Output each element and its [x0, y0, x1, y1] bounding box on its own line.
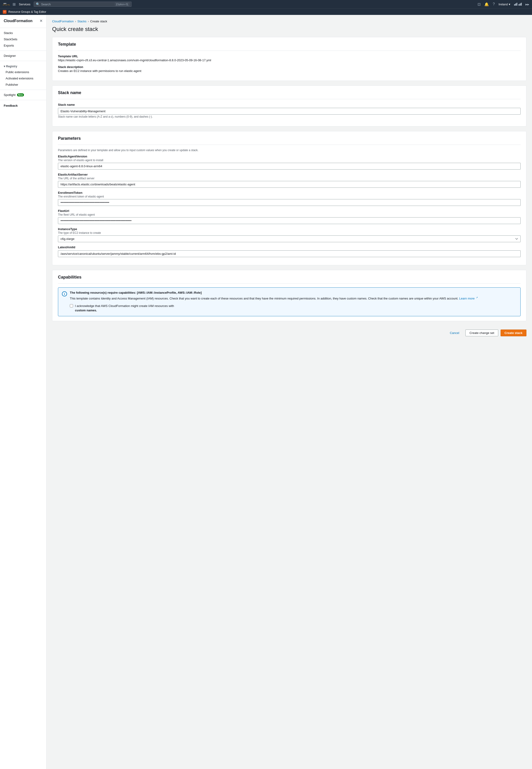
latest-ami-id-group: LatestAmiId	[58, 245, 521, 257]
breadcrumb-current: Create stack	[90, 20, 107, 23]
breadcrumb-sep-1: ›	[75, 20, 76, 23]
latest-ami-id-label: LatestAmiId	[58, 245, 521, 249]
sidebar-item-exports[interactable]: Exports	[0, 42, 46, 49]
instance-type-select[interactable]: c6g.xlarge c6g.2xlarge c6g.4xlarge	[58, 235, 521, 242]
template-card: Template Template URL https://elastic-cs…	[52, 37, 526, 81]
enrollment-token-label: EnrollmentToken	[58, 191, 521, 194]
capabilities-info-title: The following resource(s) require capabi…	[70, 291, 478, 294]
elastic-agent-version-group: ElasticAgentVersion The version of elast…	[58, 155, 521, 169]
enrollment-token-input[interactable]	[58, 199, 521, 206]
capabilities-info-content: The following resource(s) require capabi…	[70, 291, 478, 313]
main-content: CloudFormation › Stacks › Create stack Q…	[47, 15, 532, 769]
sidebar: CloudFormation ✕ Stacks StackSets Export…	[0, 15, 47, 769]
enrollment-token-hint: The enrollment token of elastic-agent	[58, 195, 521, 198]
instance-type-hint: The type of EC2 instance to create	[58, 231, 521, 234]
elastic-agent-version-label: ElasticAgentVersion	[58, 155, 521, 158]
search-icon: 🔍	[36, 2, 40, 6]
stack-desc-value: Creates an EC2 instance with permissions…	[58, 69, 521, 73]
codepipeline-icon[interactable]: ⊡	[478, 2, 481, 7]
elastic-agent-version-hint: The version of elastic-agent to install	[58, 159, 521, 162]
help-icon[interactable]: ?	[493, 2, 495, 6]
search-input[interactable]	[41, 3, 114, 6]
sidebar-item-feedback[interactable]: Feedback	[0, 102, 46, 109]
region-selector[interactable]: Ireland ▾	[498, 3, 510, 6]
app-layout: CloudFormation ✕ Stacks StackSets Export…	[0, 15, 532, 769]
fleet-url-hint: The fleet URL of elastic-agent	[58, 213, 521, 216]
cancel-button[interactable]: Cancel	[446, 329, 463, 336]
stack-name-card-title: Stack name	[58, 90, 521, 95]
parameters-card: Parameters Parameters are defined in you…	[52, 131, 526, 265]
stack-name-card: Stack name Stack name Stack name can inc…	[52, 85, 526, 126]
learn-more-link[interactable]: Learn more ↗	[459, 297, 478, 300]
sidebar-item-public-extensions[interactable]: Public extensions	[0, 69, 46, 75]
iam-acknowledge-label: I acknowledge that AWS CloudFormation mi…	[75, 304, 174, 313]
capabilities-info-box: i The following resource(s) require capa…	[58, 287, 521, 316]
search-shortcut: [Option+S]	[115, 3, 129, 6]
secondary-nav-service-name: Resource Groups & Tag Editor	[8, 10, 46, 14]
fleet-url-label: FleetUrl	[58, 209, 521, 213]
sidebar-registry-section[interactable]: ▾ Registry	[0, 63, 46, 69]
breadcrumb-sep-2: ›	[88, 20, 89, 23]
instance-type-label: InstanceType	[58, 227, 521, 231]
top-navigation: aws ⊞ Services 🔍 [Option+S] ⊡ 🔔 ? Irelan…	[0, 0, 532, 8]
page-title: Quick create stack	[52, 26, 526, 32]
stack-name-field-group: Stack name Stack name can include letter…	[58, 103, 521, 118]
resource-groups-icon: 🏷	[3, 10, 7, 14]
elastic-artifact-server-input[interactable]	[58, 181, 521, 188]
chevron-down-icon: ▾	[4, 65, 5, 68]
instance-type-group: InstanceType The type of EC2 instance to…	[58, 227, 521, 242]
template-url-label: Template URL	[58, 54, 521, 58]
fleet-url-input[interactable]	[58, 217, 521, 224]
secondary-navigation: 🏷 Resource Groups & Tag Editor	[0, 8, 532, 15]
stack-desc-label: Stack description	[58, 65, 521, 69]
sidebar-item-publisher[interactable]: Publisher	[0, 81, 46, 88]
template-card-title: Template	[58, 42, 521, 47]
breadcrumb-cloudformation[interactable]: CloudFormation	[52, 20, 74, 23]
external-link-icon: ↗	[476, 296, 478, 299]
sidebar-item-stacksets[interactable]: StackSets	[0, 36, 46, 42]
capabilities-card-title: Capabilities	[58, 275, 521, 280]
more-icon[interactable]: ▸▸	[525, 2, 529, 7]
parameters-hint: Parameters are defined in your template …	[58, 149, 521, 152]
sidebar-item-spotlight[interactable]: Spotlight New	[0, 92, 46, 98]
sidebar-close-button[interactable]: ✕	[40, 19, 43, 23]
enrollment-token-group: EnrollmentToken The enrollment token of …	[58, 191, 521, 206]
spotlight-new-badge: New	[17, 93, 24, 96]
create-stack-button[interactable]: Create stack	[501, 329, 526, 336]
sidebar-header: CloudFormation ✕	[0, 19, 46, 26]
services-button[interactable]: Services	[17, 2, 32, 7]
grid-icon[interactable]: ⊞	[13, 2, 16, 7]
elastic-artifact-server-group: ElasticArtifactServer The URL of the art…	[58, 173, 521, 188]
template-url-value: https://elastic-cspm-cft.s3.eu-central-1…	[58, 58, 521, 62]
notification-icon[interactable]: 🔔	[484, 2, 489, 7]
sidebar-item-designer[interactable]: Designer	[0, 53, 46, 59]
iam-acknowledge-checkbox[interactable]	[70, 304, 73, 307]
nav-icons: ⊡ 🔔 ? Ireland ▾ ▸▸	[478, 2, 529, 7]
template-url-group: Template URL https://elastic-cspm-cft.s3…	[58, 54, 521, 62]
stack-name-label: Stack name	[58, 103, 521, 106]
stack-description-group: Stack description Creates an EC2 instanc…	[58, 65, 521, 73]
breadcrumb: CloudFormation › Stacks › Create stack	[52, 20, 526, 23]
capabilities-card: Capabilities i The following resource(s)…	[52, 270, 526, 321]
sidebar-item-activated-extensions[interactable]: Activated extensions	[0, 75, 46, 81]
create-change-set-button[interactable]: Create change set	[465, 329, 498, 336]
sidebar-item-stacks[interactable]: Stacks	[0, 30, 46, 36]
breadcrumb-stacks[interactable]: Stacks	[77, 20, 87, 23]
account-info[interactable]	[514, 3, 522, 6]
stack-name-input[interactable]	[58, 108, 521, 115]
latest-ami-id-input[interactable]	[58, 250, 521, 257]
fleet-url-group: FleetUrl The fleet URL of elastic-agent	[58, 209, 521, 224]
stack-name-hint: Stack name can include letters (A-Z and …	[58, 115, 521, 118]
footer-buttons: Cancel Create change set Create stack	[52, 326, 526, 340]
elastic-artifact-server-hint: The URL of the artifact server	[58, 177, 521, 180]
aws-logo[interactable]: aws	[3, 2, 10, 6]
sidebar-title: CloudFormation	[4, 19, 33, 23]
svg-text:aws: aws	[3, 3, 7, 4]
parameters-card-title: Parameters	[58, 136, 521, 141]
elastic-artifact-server-label: ElasticArtifactServer	[58, 173, 521, 176]
sidebar-spotlight-label: Spotlight	[4, 93, 16, 97]
iam-acknowledge-row: I acknowledge that AWS CloudFormation mi…	[70, 304, 478, 313]
capabilities-info-desc: This template contains Identity and Acce…	[70, 296, 478, 301]
elastic-agent-version-input[interactable]	[58, 163, 521, 169]
search-bar[interactable]: 🔍 [Option+S]	[34, 2, 131, 7]
